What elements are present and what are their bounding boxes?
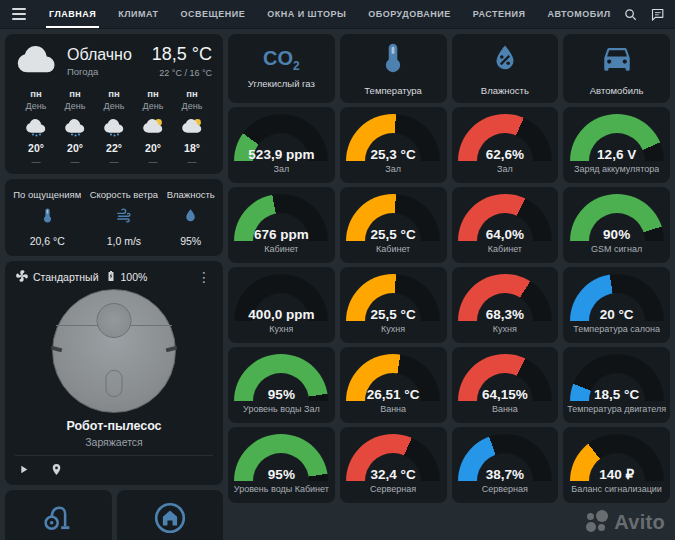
gauge-card[interactable]: 676 ppmКабинет (228, 187, 335, 263)
gauge-label: Температура двигателя (567, 404, 666, 414)
gauge: 90% (570, 194, 664, 241)
condition-value: 20,6 °C (30, 235, 65, 247)
gauge-card[interactable]: 25,5 °CКабинет (340, 187, 447, 263)
weather-entity: Погода (67, 66, 132, 77)
weather-card[interactable]: Облачно Погода 18,5 °C 22 °C / 16 °C пнД… (5, 34, 223, 174)
gauge-value: 64,0% (458, 227, 552, 241)
gauge-label: Уровень воды Кабинет (234, 484, 329, 494)
nav-tab[interactable]: ОБОРУДОВАНИЕ (359, 0, 459, 28)
forecast-day-name: пн (186, 88, 197, 99)
forecast-day: пнДень18°— (174, 88, 210, 167)
gauge-label: Кухня (269, 324, 293, 334)
gauge-card[interactable]: 25,3 °CЗал (340, 107, 447, 183)
gauge-label: Кухня (381, 324, 405, 334)
gauge-label: GSM сигнал (591, 244, 642, 254)
gauge-value: 62,6% (458, 147, 552, 161)
fan-speed[interactable]: Стандартный (15, 269, 99, 285)
gauge-card[interactable]: 18,5 °CТемпература двигателя (563, 347, 670, 423)
forecast-day: пнДень20°— (135, 88, 171, 167)
battery-charging-icon (105, 269, 117, 285)
gauge-value: 676 ppm (234, 227, 328, 241)
forecast-precip: — (188, 157, 197, 167)
gauge: 64,0% (458, 194, 552, 241)
gauge-card[interactable]: 140 ₽Баланс сигнализации (563, 427, 670, 503)
gauge-card[interactable]: 20 °CТемпература салона (563, 267, 670, 343)
vacuum-icon (39, 499, 77, 540)
condition-label: Влажность (167, 189, 215, 200)
gauge-value: 38,7% (458, 467, 552, 481)
vacuum-card: Стандартный 100% ⋮ Робот-пылесос Заряжае… (5, 261, 223, 485)
gauge-value: 95% (234, 467, 328, 481)
sensor-header-label: Углекислый газ (248, 78, 315, 89)
chat-icon[interactable] (650, 7, 665, 22)
gauge-card[interactable]: 68,3%Кухня (452, 267, 559, 343)
battery-level: 100% (121, 271, 148, 283)
gauge: 64,15% (458, 354, 552, 401)
gauge-card[interactable]: 38,7%Серверная (452, 427, 559, 503)
nav-tab[interactable]: АВТОМОБИЛЬ (538, 0, 611, 28)
gauge-value: 25,5 °C (346, 227, 440, 241)
condition-item: По ощущениям20,6 °C (13, 189, 81, 247)
gauge-label: Кабинет (376, 244, 410, 254)
weather-temperature: 18,5 °C (152, 45, 212, 65)
nav-tab[interactable]: КЛИМАТ (109, 0, 167, 28)
nav-tab[interactable]: ГЛАВНАЯ (40, 0, 105, 28)
gauge-card[interactable]: 95%Уровень воды Кабинет (228, 427, 335, 503)
weather-condition: Облачно (67, 46, 132, 64)
gauge-card[interactable]: 523,9 ppmЗал (228, 107, 335, 183)
gauge-card[interactable]: 90%GSM сигнал (563, 187, 670, 263)
play-icon[interactable] (17, 463, 30, 476)
gauge: 18,5 °C (570, 354, 664, 401)
nav-tabs: ГЛАВНАЯКЛИМАТОСВЕЩЕНИЕОКНА И ШТОРЫОБОРУД… (40, 0, 611, 28)
fan-icon (15, 269, 29, 285)
condition-item: Скорость ветра1,0 m/s (90, 189, 159, 247)
start-cleaning-button[interactable]: Начать уборку (5, 490, 112, 540)
forecast-temp: 20° (67, 142, 83, 154)
condition-label: По ощущениям (13, 189, 81, 200)
gauge-label: Ванна (380, 404, 406, 414)
water-icon (182, 207, 199, 228)
forecast-day-name: пн (30, 88, 41, 99)
gauge-label: Зал (274, 164, 290, 174)
nav-tab[interactable]: РАСТЕНИЯ (464, 0, 535, 28)
gauge: 95% (234, 354, 328, 401)
avito-watermark: Avito (586, 510, 665, 534)
gauge-value: 523,9 ppm (234, 147, 328, 161)
gauge-card[interactable]: 26,51 °CВанна (340, 347, 447, 423)
forecast-precip: — (110, 157, 119, 167)
sensor-header-card[interactable]: Температура (340, 34, 447, 103)
gauge: 26,51 °C (346, 354, 440, 401)
forecast-day-name: пн (108, 88, 119, 99)
conditions-card[interactable]: По ощущениям20,6 °CСкорость ветра1,0 m/s… (5, 179, 223, 256)
sensor-header-card[interactable]: CO2Углекислый газ (228, 34, 335, 103)
return-to-dock-button[interactable]: Вернутся на базу (117, 490, 224, 540)
menu-icon[interactable] (10, 4, 28, 24)
gauge-card[interactable]: 62,6%Зал (452, 107, 559, 183)
sensor-header-card[interactable]: Автомобиль (563, 34, 670, 103)
nav-tab[interactable]: ОСВЕЩЕНИЕ (172, 0, 255, 28)
gauge-card[interactable]: 95%Уровень воды Зал (228, 347, 335, 423)
wind-icon (115, 207, 132, 228)
search-icon[interactable] (623, 7, 638, 22)
gauge-value: 12,6 V (570, 147, 664, 161)
gauge-card[interactable]: 25,5 °CКухня (340, 267, 447, 343)
gauge: 523,9 ppm (234, 114, 328, 161)
rain-cloud-icon (103, 116, 126, 138)
gauge-card[interactable]: 400,0 ppmКухня (228, 267, 335, 343)
forecast-temp: 22° (106, 142, 122, 154)
fan-speed-label: Стандартный (33, 271, 99, 283)
gauge: 62,6% (458, 114, 552, 161)
gauge-card[interactable]: 12,6 VЗаряд аккумулятора (563, 107, 670, 183)
gauge-value: 400,0 ppm (234, 307, 328, 321)
sensor-header-card[interactable]: Влажность (452, 34, 559, 103)
co2-icon: CO2 (263, 48, 300, 72)
locate-icon[interactable] (50, 463, 63, 476)
gauge-card[interactable]: 32,4 °CСерверная (340, 427, 447, 503)
gauge-value: 18,5 °C (570, 387, 664, 401)
more-options-icon[interactable]: ⋮ (195, 270, 213, 284)
gauge-card[interactable]: 64,15%Ванна (452, 347, 559, 423)
nav-tab[interactable]: ОКНА И ШТОРЫ (258, 0, 355, 28)
gauge-card[interactable]: 64,0%Кабинет (452, 187, 559, 263)
gauge: 140 ₽ (570, 434, 664, 481)
forecast-period: День (104, 101, 125, 111)
